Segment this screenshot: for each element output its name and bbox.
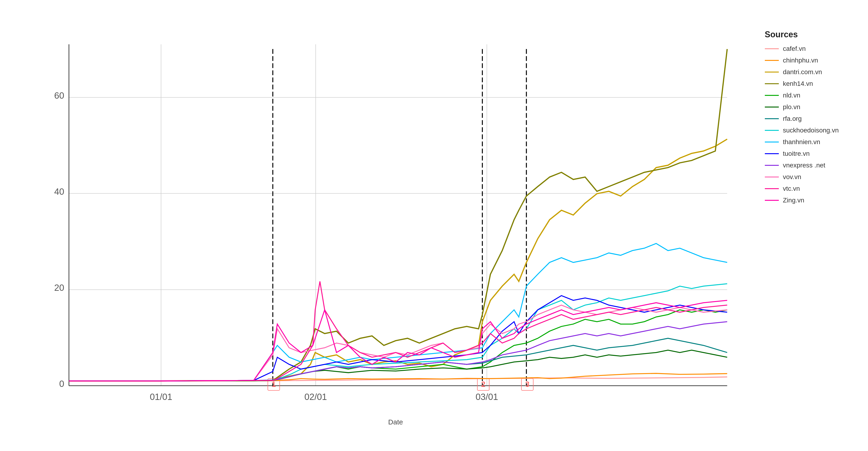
legend-label-vtc: vtc.vn <box>783 185 800 192</box>
svg-text:20: 20 <box>54 283 64 293</box>
legend-line-plo <box>765 107 779 108</box>
legend-label-rfa: rfa.org <box>783 115 802 122</box>
legend-line-chinhphu <box>765 60 779 61</box>
legend-label-thanhnien: thanhnien.vn <box>783 138 820 146</box>
legend-item-zing: Zing.vn <box>765 197 853 204</box>
legend-label-dantri: dantri.com.vn <box>783 68 822 76</box>
legend-line-cafef <box>765 48 779 49</box>
svg-text:60: 60 <box>54 90 64 101</box>
legend-line-thanhnien <box>765 142 779 142</box>
legend-label-zing: Zing.vn <box>783 197 804 204</box>
chart-svg: 0 20 40 60 01/01 02/01 03/01 1 2 3 <box>40 25 751 405</box>
svg-text:40: 40 <box>54 187 64 197</box>
legend-line-rfa <box>765 118 779 119</box>
legend-item-dantri: dantri.com.vn <box>765 68 853 76</box>
legend-item-chinhphu: chinhphu.vn <box>765 57 853 64</box>
legend-line-dantri <box>765 72 779 73</box>
svg-text:3: 3 <box>525 380 529 389</box>
legend-label-kenh14: kenh14.vn <box>783 80 813 87</box>
legend-item-rfa: rfa.org <box>765 115 853 122</box>
svg-text:02/01: 02/01 <box>304 392 327 402</box>
legend-label-vov: vov.vn <box>783 173 801 181</box>
svg-text:03/01: 03/01 <box>475 392 498 402</box>
legend-line-tuoitre <box>765 153 779 154</box>
legend-item-vov: vov.vn <box>765 173 853 181</box>
legend-line-suckhoedoisong <box>765 130 779 131</box>
legend-item-nld: nld.vn <box>765 92 853 99</box>
x-axis-label: Date <box>388 418 403 426</box>
legend-label-tuoitre: tuoitre.vn <box>783 150 810 158</box>
svg-text:01/01: 01/01 <box>150 392 172 402</box>
legend-item-vnexpress: vnexpress .net <box>765 162 853 169</box>
svg-text:1: 1 <box>272 380 276 389</box>
svg-rect-0 <box>40 25 751 405</box>
legend-item-kenh14: kenh14.vn <box>765 80 853 87</box>
legend-item-thanhnien: thanhnien.vn <box>765 138 853 146</box>
svg-text:2: 2 <box>481 380 485 389</box>
legend-line-kenh14 <box>765 83 779 84</box>
legend-label-cafef: cafef.vn <box>783 45 806 53</box>
legend-line-nld <box>765 95 779 96</box>
legend-label-nld: nld.vn <box>783 92 801 99</box>
legend-item-cafef: cafef.vn <box>765 45 853 53</box>
legend-item-plo: plo.vn <box>765 103 853 111</box>
legend-line-vnexpress <box>765 165 779 166</box>
legend-area: Sources cafef.vn chinhphu.vn dantri.com.… <box>755 16 853 435</box>
legend-line-zing <box>765 200 779 201</box>
legend-label-chinhphu: chinhphu.vn <box>783 57 818 64</box>
svg-text:0: 0 <box>59 379 64 389</box>
legend-item-suckhoedoisong: suckhoedoisong.vn <box>765 126 853 134</box>
legend-label-suckhoedoisong: suckhoedoisong.vn <box>783 126 839 134</box>
legend-item-vtc: vtc.vn <box>765 185 853 192</box>
legend-label-plo: plo.vn <box>783 103 801 111</box>
legend-item-tuoitre: tuoitre.vn <box>765 150 853 158</box>
legend-line-vtc <box>765 188 779 189</box>
legend-line-vov <box>765 176 779 177</box>
legend-label-vnexpress: vnexpress .net <box>783 162 826 169</box>
legend-title: Sources <box>765 30 853 39</box>
